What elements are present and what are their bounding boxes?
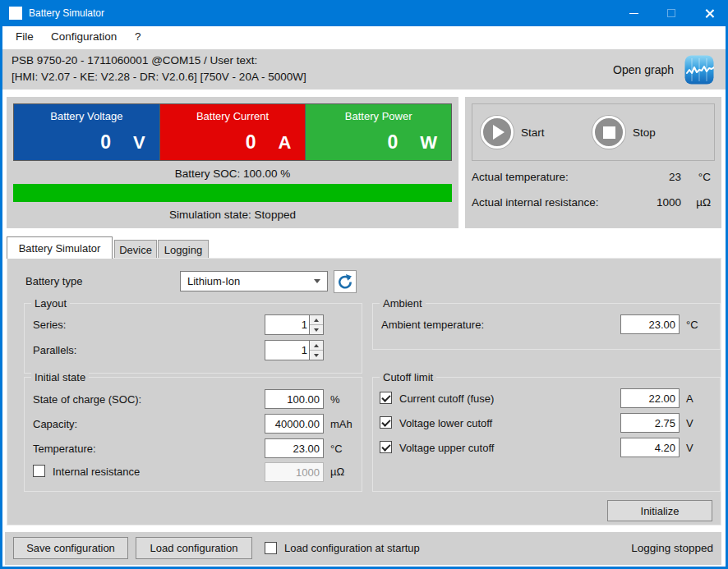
soc-progress-fill [13,184,452,202]
stop-circle[interactable] [592,116,625,149]
capacity-unit: mAh [330,418,352,430]
device-info-line1: PSB 9750-20 - 1711060001 @COM15 / User t… [12,54,257,67]
current-unit: A [278,132,291,154]
parallels-label: Parallels: [33,344,76,356]
ambient-temperature-field[interactable] [620,314,680,334]
window-border-left [0,26,2,569]
simulation-state-label: Simulation state: Stopped [7,209,458,221]
voltage-unit: V [133,132,145,154]
start-stop-box: Start Stop [472,103,715,161]
voltage-lower-cutoff-unit: V [686,417,693,429]
maximize-icon [667,9,675,17]
spin-down-icon [314,328,319,332]
battery-current-meter: Battery Current 0 A [159,104,306,160]
readout-label: Actual temperature: [472,171,624,183]
voltage-lower-cutoff-label: Voltage lower cutoff [399,417,492,429]
close-icon [704,8,715,19]
series-label: Series: [33,319,66,331]
soc-field-label: State of charge (SOC): [33,393,141,406]
voltage-value: 0 [100,131,111,154]
voltage-upper-cutoff-checkbox[interactable] [380,441,392,453]
series-spinner[interactable]: 1 [265,314,324,335]
ambient-temperature-label: Ambient temperature: [381,319,484,331]
minimize-button[interactable] [615,0,652,26]
logging-status-text: Logging stopped [631,542,713,554]
readout-unit: µΩ [681,196,711,209]
titlebar: Battery Simulator [0,0,728,26]
cutoff-limit-group: Cutoff limit Current cutoff (fuse) A Vol… [372,377,721,492]
initial-state-group-title: Initial state [31,371,89,383]
current-cutoff-label: Current cutoff (fuse) [399,392,494,405]
spin-up-icon [314,344,319,347]
voltage-lower-cutoff-field[interactable] [620,413,680,433]
ambient-temperature-unit: °C [686,319,698,331]
load-configuration-button[interactable]: Load configuration [136,537,252,559]
battery-voltage-meter: Battery Voltage 0 V [14,104,159,160]
open-graph-label: Open graph [613,63,674,76]
cutoff-group-title: Cutoff limit [380,371,436,383]
app-icon [9,7,22,20]
internal-resistance-label: Internal resistance [53,466,140,478]
refresh-button[interactable] [334,270,357,293]
parallels-spin-up[interactable] [310,341,323,350]
window-title: Battery Simulator [29,7,104,19]
soc-unit: % [330,393,340,406]
load-at-startup-checkbox[interactable] [265,542,277,554]
menubar: File Configuration ? [0,26,728,49]
internal-resistance-checkbox[interactable] [33,465,45,477]
spin-up-icon [314,319,319,322]
initialize-button[interactable]: Initialize [607,500,712,521]
temperature-unit: °C [330,443,343,455]
initial-state-group: Initial state State of charge (SOC): % C… [24,377,362,492]
series-spin-down[interactable] [310,324,323,334]
current-cutoff-unit: A [686,392,693,405]
battery-simulator-tab-panel: Battery type Lithium-Ion Layout Series: … [7,258,721,525]
open-graph-button[interactable]: Open graph [613,55,714,85]
series-spin-up[interactable] [310,315,323,324]
ambient-group: Ambient Ambient temperature: °C [372,303,721,350]
internal-resistance-field [265,462,324,482]
graph-icon [684,55,714,85]
battery-soc-label: Battery SOC: 100.00 % [7,167,458,180]
save-configuration-button[interactable]: Save configuration [13,537,128,559]
close-button[interactable] [690,0,728,26]
device-info-line2: [HMI: V2.07 - KE: V2.28 - DR: V2.0.6] [7… [12,71,306,83]
parallels-spin-down[interactable] [310,350,323,360]
current-value: 0 [246,131,256,154]
meter-title: Battery Voltage [14,110,159,122]
capacity-label: Capacity: [33,418,77,430]
menu-configuration[interactable]: Configuration [51,30,117,43]
soc-field[interactable] [265,389,324,409]
battery-type-select[interactable]: Lithium-Ion [180,271,328,291]
tab-device[interactable]: Device [114,240,157,259]
meter-title: Battery Current [160,110,306,122]
tab-battery-simulator[interactable]: Battery Simulator [7,236,113,259]
meter-row: Battery Voltage 0 V Battery Current 0 A … [13,103,452,161]
measurement-panel: Battery Voltage 0 V Battery Current 0 A … [7,97,458,228]
voltage-upper-cutoff-label: Voltage upper cutoff [399,442,494,454]
capacity-field[interactable] [265,414,324,434]
current-cutoff-checkbox[interactable] [380,392,392,404]
battery-type-label: Battery type [25,275,82,287]
menu-file[interactable]: File [16,30,34,43]
actual-resistance-readout: Actual internal resistance: 1000 µΩ [465,196,721,209]
start-button[interactable]: Start [481,116,545,149]
meter-title: Battery Power [306,110,451,122]
voltage-upper-cutoff-field[interactable] [620,438,680,457]
menu-help[interactable]: ? [135,30,141,43]
start-circle[interactable] [481,116,514,149]
parallels-value: 1 [265,341,309,360]
parallels-spinner[interactable]: 1 [265,340,324,360]
temperature-field[interactable] [265,438,324,458]
tab-logging[interactable]: Logging [158,240,209,259]
start-label: Start [521,126,545,139]
internal-resistance-unit: µΩ [330,466,344,478]
current-cutoff-field[interactable] [620,388,680,408]
stop-icon [603,126,615,139]
stop-button[interactable]: Stop [592,116,656,149]
layout-group-title: Layout [31,297,70,310]
battery-type-value: Lithium-Ion [187,275,240,287]
voltage-lower-cutoff-checkbox[interactable] [380,416,392,429]
soc-progress-bar [13,184,452,202]
voltage-upper-cutoff-unit: V [686,442,693,454]
